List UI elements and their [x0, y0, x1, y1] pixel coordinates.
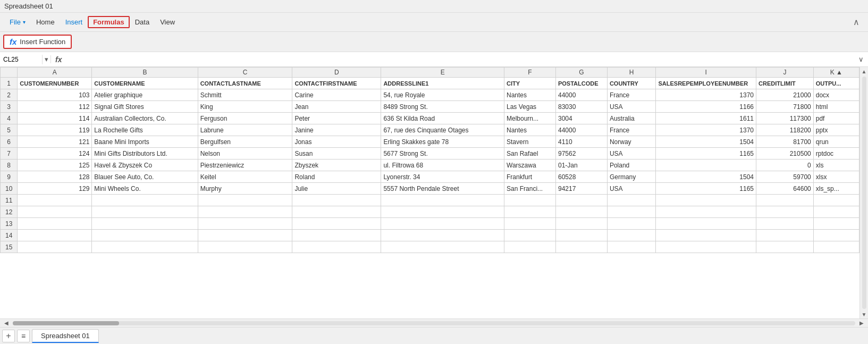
cell-a1[interactable]: CUSTOMERNUMBER — [18, 78, 92, 89]
cell-J14[interactable] — [756, 230, 814, 241]
cell-G7[interactable]: 97562 — [555, 148, 607, 160]
cell-K6[interactable]: qrun — [813, 136, 859, 148]
cell-E7[interactable]: 5677 Strong St. — [381, 148, 504, 160]
cell-J13[interactable] — [756, 218, 814, 230]
row-header-11[interactable]: 11 — [1, 195, 18, 206]
cell-G4[interactable]: 3004 — [555, 113, 607, 124]
cell-B14[interactable] — [92, 230, 198, 241]
cell-E10[interactable]: 5557 North Pendale Street — [381, 183, 504, 195]
cell-ref-dropdown[interactable]: ▾ — [43, 55, 51, 63]
cell-K5[interactable]: pptx — [813, 124, 859, 136]
cell-G14[interactable] — [555, 230, 607, 241]
cell-E14[interactable] — [381, 230, 504, 241]
cell-D7[interactable]: Susan — [292, 148, 381, 160]
cell-D8[interactable]: Zbyszek — [292, 160, 381, 171]
row-header-10[interactable]: 10 — [1, 183, 18, 195]
cell-J3[interactable]: 71800 — [756, 101, 814, 113]
sheet-menu-button[interactable]: ≡ — [17, 330, 30, 342]
cell-C15[interactable] — [198, 241, 292, 253]
cell-G2[interactable]: 44000 — [555, 89, 607, 101]
cell-K12[interactable] — [813, 206, 859, 218]
cell-A6[interactable]: 121 — [18, 136, 92, 148]
cell-E13[interactable] — [381, 218, 504, 230]
menu-file[interactable]: File ▾ — [4, 16, 31, 28]
cell-A12[interactable] — [18, 206, 92, 218]
cell-E15[interactable] — [381, 241, 504, 253]
cell-D14[interactable] — [292, 230, 381, 241]
col-header-d[interactable]: D — [292, 68, 381, 78]
cell-D12[interactable] — [292, 206, 381, 218]
col-header-g[interactable]: G — [555, 68, 607, 78]
cell-E6[interactable]: Erling Skakkes gate 78 — [381, 136, 504, 148]
cell-I12[interactable] — [656, 206, 756, 218]
row-header-6[interactable]: 6 — [1, 136, 18, 148]
cell-D11[interactable] — [292, 195, 381, 206]
cell-H6[interactable]: Norway — [607, 136, 656, 148]
cell-A7[interactable]: 124 — [18, 148, 92, 160]
col-header-f[interactable]: F — [504, 68, 556, 78]
cell-H7[interactable]: USA — [607, 148, 656, 160]
cell-I4[interactable]: 1611 — [656, 113, 756, 124]
cell-E4[interactable]: 636 St Kilda Road — [381, 113, 504, 124]
cell-I7[interactable]: 1165 — [656, 148, 756, 160]
cell-F14[interactable] — [504, 230, 556, 241]
cell-F3[interactable]: Las Vegas — [504, 101, 556, 113]
cell-B4[interactable]: Australian Collectors, Co. — [92, 113, 198, 124]
vertical-scrollbar[interactable]: ▲ ▼ — [859, 67, 868, 318]
menu-insert[interactable]: Insert — [60, 16, 88, 28]
cell-F6[interactable]: Stavern — [504, 136, 556, 148]
scroll-up-arrow[interactable]: ▲ — [860, 67, 869, 75]
cell-A8[interactable]: 125 — [18, 160, 92, 171]
cell-H4[interactable]: Australia — [607, 113, 656, 124]
cell-C8[interactable]: Piestrzeniewicz — [198, 160, 292, 171]
cell-H13[interactable] — [607, 218, 656, 230]
cell-g1[interactable]: POSTALCODE — [555, 78, 607, 89]
cell-H8[interactable]: Poland — [607, 160, 656, 171]
cell-I2[interactable]: 1370 — [656, 89, 756, 101]
cell-A5[interactable]: 119 — [18, 124, 92, 136]
cell-G8[interactable]: 01-Jan — [555, 160, 607, 171]
cell-E5[interactable]: 67, rue des Cinquante Otages — [381, 124, 504, 136]
col-header-h[interactable]: H — [607, 68, 656, 78]
cell-E9[interactable]: Lyonerstr. 34 — [381, 171, 504, 183]
cell-K13[interactable] — [813, 218, 859, 230]
cell-H10[interactable]: USA — [607, 183, 656, 195]
cell-G15[interactable] — [555, 241, 607, 253]
col-header-b[interactable]: B — [92, 68, 198, 78]
cell-D13[interactable] — [292, 218, 381, 230]
cell-G10[interactable]: 94217 — [555, 183, 607, 195]
cell-G6[interactable]: 4110 — [555, 136, 607, 148]
cell-B2[interactable]: Atelier graphique — [92, 89, 198, 101]
cell-H5[interactable]: France — [607, 124, 656, 136]
cell-C10[interactable]: Murphy — [198, 183, 292, 195]
cell-E3[interactable]: 8489 Strong St. — [381, 101, 504, 113]
cell-A11[interactable] — [18, 195, 92, 206]
add-sheet-button[interactable]: + — [2, 330, 15, 342]
cell-C13[interactable] — [198, 218, 292, 230]
cell-H2[interactable]: France — [607, 89, 656, 101]
formula-expand-icon[interactable]: ∨ — [854, 55, 868, 63]
cell-K9[interactable]: xlsx — [813, 171, 859, 183]
cell-J9[interactable]: 59700 — [756, 171, 814, 183]
cell-F5[interactable]: Nantes — [504, 124, 556, 136]
cell-I11[interactable] — [656, 195, 756, 206]
cell-K10[interactable]: xls_sp... — [813, 183, 859, 195]
grid-scroll[interactable]: A B C D E F G H I J K ▲ — [0, 67, 859, 318]
cell-D6[interactable]: Jonas — [292, 136, 381, 148]
cell-F10[interactable]: San Franci... — [504, 183, 556, 195]
cell-C5[interactable]: Labrune — [198, 124, 292, 136]
row-header-4[interactable]: 4 — [1, 113, 18, 124]
cell-E2[interactable]: 54, rue Royale — [381, 89, 504, 101]
cell-A4[interactable]: 114 — [18, 113, 92, 124]
cell-D9[interactable]: Roland — [292, 171, 381, 183]
cell-J6[interactable]: 81700 — [756, 136, 814, 148]
col-header-k[interactable]: K ▲ — [813, 68, 859, 78]
cell-F9[interactable]: Frankfurt — [504, 171, 556, 183]
cell-C2[interactable]: Schmitt — [198, 89, 292, 101]
cell-F15[interactable] — [504, 241, 556, 253]
cell-I6[interactable]: 1504 — [656, 136, 756, 148]
col-header-c[interactable]: C — [198, 68, 292, 78]
cell-I5[interactable]: 1370 — [656, 124, 756, 136]
cell-G13[interactable] — [555, 218, 607, 230]
cell-K14[interactable] — [813, 230, 859, 241]
